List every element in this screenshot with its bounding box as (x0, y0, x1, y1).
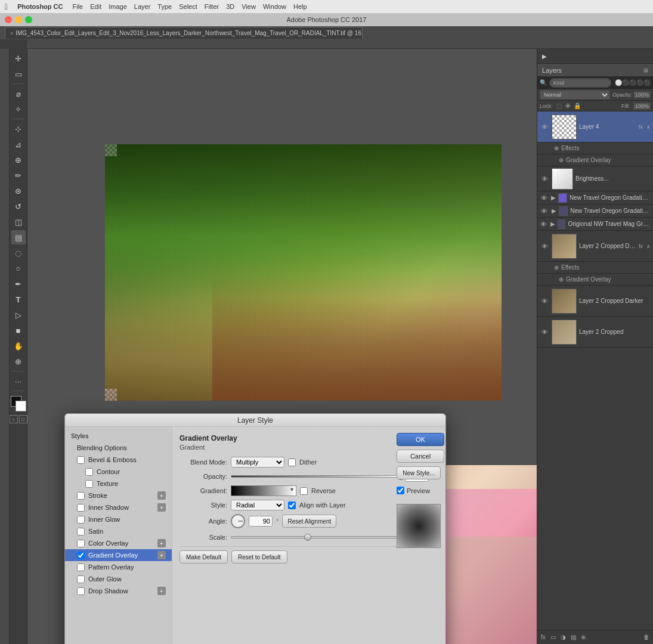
document-tab[interactable]: × IMG_4543_Color_Edit_Layers_Edit_3_Nov2… (5, 27, 363, 39)
angle-input[interactable] (249, 516, 273, 527)
group-expand-icon-2[interactable]: ▶ (552, 208, 556, 214)
color-swatches[interactable] (11, 396, 26, 411)
menu-type[interactable]: Type (157, 3, 172, 10)
style-item-color-overlay[interactable]: Color Overlay + (65, 537, 172, 549)
quick-mask-mode[interactable]: ○ (10, 415, 18, 423)
layer-gradient-overlay-cdn[interactable]: ⊕ Gradient Overlay (537, 274, 653, 286)
healing-tool[interactable]: ⊕ (11, 153, 26, 167)
style-checkbox-texture[interactable] (85, 480, 93, 488)
add-drop-shadow-button[interactable]: + (157, 587, 166, 595)
style-checkbox-gradient-overlay[interactable] (77, 552, 85, 559)
layer-visibility-nwtravel2[interactable]: 👁 (540, 193, 549, 203)
reverse-checkbox[interactable] (300, 487, 308, 495)
style-item-pattern-overlay[interactable]: Pattern Overlay (65, 561, 172, 573)
layer-group-origional[interactable]: 👁 ▶ Origional NW Travel Mag Gradations (537, 218, 653, 231)
blur-tool[interactable]: ◌ (11, 246, 26, 260)
fill-value[interactable]: 100% (633, 103, 651, 110)
menu-filter[interactable]: Filter (205, 3, 219, 10)
style-item-outer-glow[interactable]: Outer Glow (65, 573, 172, 585)
brush-tool[interactable]: ✏ (11, 168, 26, 182)
angle-dial[interactable] (231, 514, 245, 528)
make-default-button[interactable]: Make Default (180, 550, 228, 564)
style-checkbox-satin[interactable] (77, 528, 85, 535)
menu-file[interactable]: File (73, 3, 83, 10)
group-expand-icon[interactable]: ▶ (551, 194, 556, 201)
background-color[interactable] (16, 401, 26, 411)
layer-visibility-origional[interactable]: 👁 (540, 219, 548, 229)
screen-mode[interactable]: □ (19, 415, 27, 423)
layer-visibility-c[interactable]: 👁 (540, 327, 549, 337)
add-mask-icon[interactable]: ▭ (550, 634, 556, 640)
style-item-inner-shadow[interactable]: Inner Shadow + (65, 501, 172, 513)
layer-visibility-cd[interactable]: 👁 (540, 296, 549, 306)
lasso-tool[interactable]: ⌀ (11, 86, 26, 101)
clone-tool[interactable]: ⊛ (11, 184, 26, 198)
style-item-bevel[interactable]: Bevel & Emboss (65, 454, 172, 466)
path-selection-tool[interactable]: ▷ (11, 308, 26, 322)
history-brush-tool[interactable]: ↺ (11, 199, 26, 213)
reset-default-button[interactable]: Reset to Default (231, 550, 287, 564)
add-stroke-button[interactable]: + (157, 491, 166, 500)
menu-select[interactable]: Select (179, 3, 197, 10)
add-color-overlay-button[interactable]: + (157, 539, 166, 547)
layer-item-cropped-darker[interactable]: 👁 Layer 2 Cropped Darker (537, 286, 653, 317)
zoom-tool[interactable]: ⊕ (11, 354, 26, 369)
preview-checkbox[interactable] (397, 487, 404, 494)
shape-tool[interactable]: ■ (11, 323, 26, 338)
style-item-stroke[interactable]: Stroke + (65, 490, 172, 501)
menu-help[interactable]: Help (293, 3, 307, 10)
add-adjustment-icon[interactable]: ◑ (561, 634, 566, 640)
layer-search-box[interactable]: Kind (549, 78, 611, 88)
style-checkbox-drop-shadow[interactable] (77, 587, 85, 595)
style-checkbox-bevel[interactable] (77, 456, 85, 464)
align-layer-checkbox[interactable] (288, 501, 296, 509)
layer-item-layer4[interactable]: 👁 Layer 4 fx ∧ (537, 112, 653, 143)
layer-item-brightness[interactable]: 👁 Brightness... (537, 166, 653, 191)
menu-3d[interactable]: 3D (226, 3, 234, 10)
style-checkbox-stroke[interactable] (77, 492, 85, 500)
pen-tool[interactable]: ✒ (11, 277, 26, 291)
layer-visibility-brightness[interactable]: 👁 (540, 174, 549, 184)
layer-visibility-layer4[interactable]: 👁 (540, 122, 549, 132)
layer-visibility-cdn[interactable]: 👁 (540, 242, 549, 251)
layer-visibility-nwtravel[interactable]: 👁 (540, 206, 549, 216)
menu-layer[interactable]: Layer (134, 3, 151, 10)
delete-layer-icon[interactable]: 🗑 (643, 634, 649, 640)
style-checkbox-inner-glow[interactable] (77, 516, 85, 524)
lock-position-icon[interactable]: ✙ (565, 103, 570, 109)
expand-layer4[interactable]: ∧ (646, 124, 651, 130)
crop-tool[interactable]: ⊹ (11, 122, 26, 136)
add-gradient-overlay-button[interactable]: + (157, 551, 166, 559)
scale-slider[interactable] (231, 534, 401, 541)
style-item-drop-shadow[interactable]: Drop Shadow + (65, 585, 172, 597)
add-inner-shadow-button[interactable]: + (157, 503, 166, 512)
opacity-slider[interactable] (231, 473, 401, 480)
blend-mode-select-dialog[interactable]: Multiply (231, 457, 284, 467)
style-item-contour[interactable]: Contour (65, 466, 172, 478)
lock-pixels-icon[interactable]: ⬚ (556, 103, 562, 109)
style-checkbox-outer-glow[interactable] (77, 575, 85, 583)
eraser-tool[interactable]: ◫ (11, 215, 26, 229)
maximize-button[interactable] (25, 16, 32, 23)
style-checkbox-contour[interactable] (85, 468, 93, 476)
layer-gradient-overlay-effect[interactable]: ⊕ Gradient Overlay (537, 154, 653, 166)
tab-close-icon[interactable]: × (10, 30, 13, 36)
scale-slider-thumb[interactable] (304, 534, 311, 541)
reset-alignment-button[interactable]: Reset Alignment (282, 515, 336, 528)
group-expand-icon-3[interactable]: ▶ (550, 221, 555, 227)
add-layer-icon[interactable]: ⊕ (581, 634, 586, 640)
expand-cdn[interactable]: ∧ (646, 243, 651, 249)
menu-image[interactable]: Image (109, 3, 127, 10)
layer-style-dialog[interactable]: Layer Style Styles Blending Options Beve… (64, 413, 446, 644)
style-item-texture[interactable]: Texture (65, 478, 172, 490)
style-item-inner-glow[interactable]: Inner Glow (65, 513, 172, 525)
style-item-satin[interactable]: Satin (65, 525, 172, 537)
gradient-dropdown-icon[interactable]: ▼ (289, 487, 295, 493)
layer-group-nwtravel[interactable]: 👁 ▶ New Travel Oregon Gradations (537, 205, 653, 218)
style-checkbox-color-overlay[interactable] (77, 540, 85, 547)
more-tools[interactable]: ··· (11, 374, 26, 388)
add-style-icon[interactable]: fx (541, 634, 546, 640)
layers-panel-menu-icon[interactable]: ≡ (643, 66, 648, 75)
new-style-button[interactable]: New Style... (397, 466, 441, 479)
type-tool[interactable]: T (11, 292, 26, 306)
